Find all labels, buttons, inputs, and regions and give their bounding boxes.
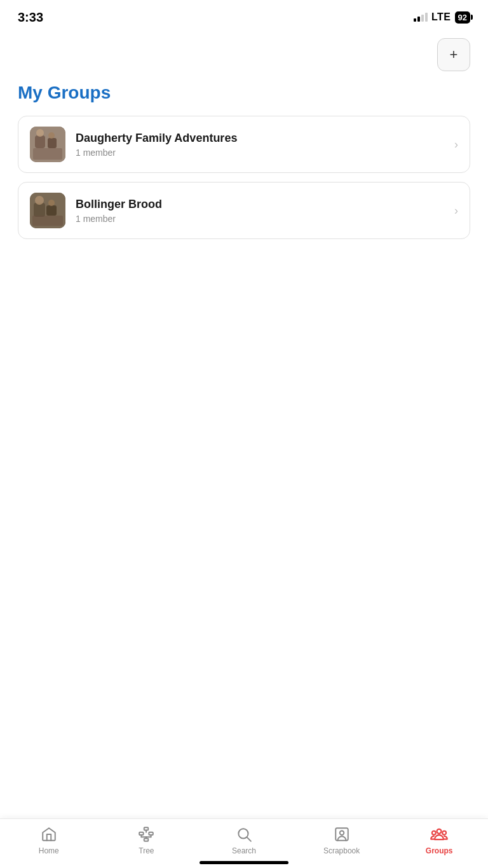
nav-item-tree[interactable]: Tree	[121, 825, 172, 855]
svg-point-3	[36, 129, 44, 137]
nav-label-search: Search	[232, 846, 256, 855]
add-button-container: +	[0, 32, 488, 78]
avatar-image	[30, 193, 65, 228]
svg-rect-11	[32, 216, 63, 226]
group-info: Bollinger Brood 1 member	[76, 198, 444, 224]
group-info: Daugherty Family Adventures 1 member	[76, 132, 444, 158]
status-time: 3:33	[18, 10, 43, 25]
groups-list: Daugherty Family Adventures 1 member › B…	[0, 116, 488, 239]
nav-item-groups[interactable]: Groups	[414, 825, 464, 855]
search-icon	[235, 825, 253, 843]
nav-item-home[interactable]: Home	[24, 825, 74, 855]
scrapbook-icon	[333, 825, 351, 843]
signal-bar-1	[414, 18, 416, 22]
group-members: 1 member	[76, 148, 444, 158]
nav-label-groups: Groups	[426, 846, 453, 855]
nav-item-search[interactable]: Search	[219, 825, 269, 855]
svg-point-26	[432, 831, 436, 835]
home-icon	[40, 825, 58, 843]
svg-rect-8	[46, 205, 57, 216]
svg-rect-7	[34, 203, 45, 217]
svg-point-9	[35, 196, 44, 205]
avatar-image	[30, 127, 65, 162]
svg-point-25	[437, 829, 442, 834]
group-members: 1 member	[76, 214, 444, 224]
svg-rect-5	[33, 148, 62, 160]
group-name: Bollinger Brood	[76, 198, 444, 211]
svg-point-27	[442, 831, 446, 835]
status-right: LTE 92	[414, 11, 470, 24]
svg-rect-2	[48, 138, 57, 148]
signal-bar-2	[417, 17, 420, 22]
nav-item-scrapbook[interactable]: Scrapbook	[316, 825, 367, 855]
battery-indicator: 92	[455, 11, 470, 24]
svg-point-24	[339, 831, 344, 836]
tree-icon	[137, 825, 155, 843]
add-group-button[interactable]: +	[437, 38, 470, 71]
signal-bar-3	[421, 15, 424, 22]
lte-label: LTE	[431, 11, 451, 23]
home-indicator	[200, 861, 288, 864]
status-bar: 3:33 LTE 92	[0, 0, 488, 32]
svg-rect-1	[35, 135, 45, 148]
nav-label-tree: Tree	[139, 846, 154, 855]
chevron-right-icon: ›	[454, 204, 458, 217]
svg-line-22	[247, 837, 251, 841]
home-indicator-container	[0, 858, 488, 864]
nav-label-home: Home	[39, 846, 59, 855]
add-icon: +	[450, 46, 458, 63]
nav-label-scrapbook: Scrapbook	[323, 846, 360, 855]
svg-point-10	[48, 200, 55, 206]
groups-icon	[430, 825, 448, 843]
group-name: Daugherty Family Adventures	[76, 132, 444, 145]
group-avatar	[30, 193, 65, 228]
page-title: My Groups	[0, 78, 488, 116]
signal-bars	[414, 13, 428, 22]
group-avatar	[30, 127, 65, 162]
signal-bar-4	[425, 13, 428, 22]
group-item[interactable]: Daugherty Family Adventures 1 member ›	[18, 116, 470, 173]
chevron-right-icon: ›	[454, 138, 458, 151]
battery-value: 92	[458, 13, 467, 22]
svg-point-4	[48, 132, 55, 139]
group-item[interactable]: Bollinger Brood 1 member ›	[18, 182, 470, 239]
